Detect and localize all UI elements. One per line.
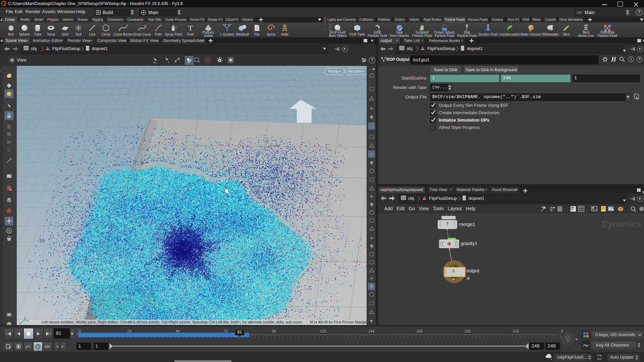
svg-text:2: 2 <box>561 329 563 333</box>
svg-text:96: 96 <box>272 329 276 333</box>
svg-text:x: x <box>19 321 21 324</box>
svg-text:216: 216 <box>513 329 519 333</box>
svg-text:168: 168 <box>416 329 422 333</box>
svg-text:192: 192 <box>465 329 471 333</box>
svg-text:144: 144 <box>368 329 374 333</box>
svg-text:T: T <box>188 24 193 32</box>
svg-text:120: 120 <box>320 329 326 333</box>
